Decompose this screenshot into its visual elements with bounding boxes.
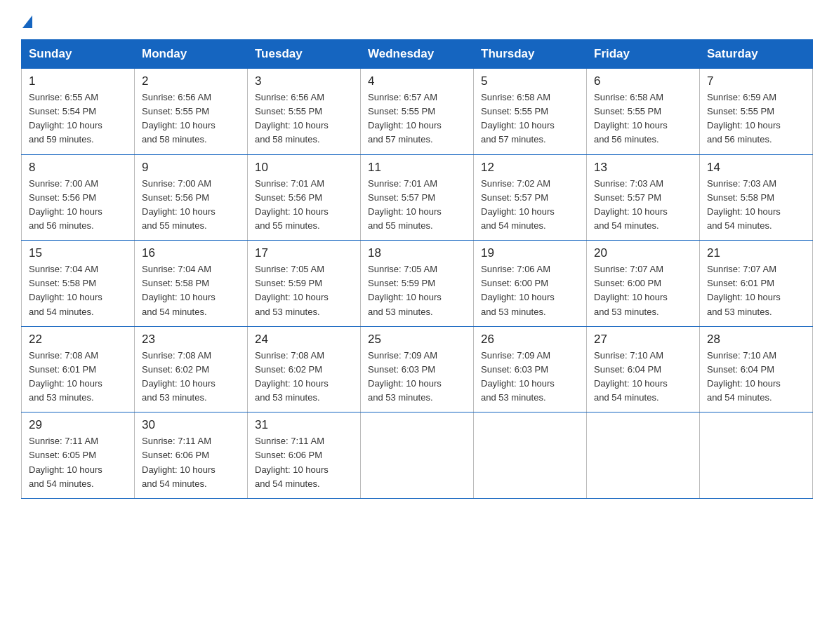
calendar-cell: 21 Sunrise: 7:07 AMSunset: 6:01 PMDaylig… [700,241,813,327]
day-detail: Sunrise: 7:10 AMSunset: 6:04 PMDaylight:… [594,350,668,403]
calendar-cell: 15 Sunrise: 7:04 AMSunset: 5:58 PMDaylig… [22,241,135,327]
header-monday: Monday [135,40,248,69]
day-detail: Sunrise: 7:01 AMSunset: 5:57 PMDaylight:… [368,178,442,231]
calendar-cell: 31 Sunrise: 7:11 AMSunset: 6:06 PMDaylig… [248,412,361,499]
day-number: 13 [594,161,692,175]
calendar-cell [700,412,813,499]
day-number: 19 [481,246,579,260]
calendar-cell: 10 Sunrise: 7:01 AMSunset: 5:56 PMDaylig… [248,154,361,241]
day-number: 1 [29,74,127,88]
calendar-cell: 24 Sunrise: 7:08 AMSunset: 6:02 PMDaylig… [248,326,361,412]
calendar-table: SundayMondayTuesdayWednesdayThursdayFrid… [21,39,813,499]
calendar-week-row: 15 Sunrise: 7:04 AMSunset: 5:58 PMDaylig… [22,241,813,327]
header-wednesday: Wednesday [361,40,474,69]
calendar-cell: 17 Sunrise: 7:05 AMSunset: 5:59 PMDaylig… [248,241,361,327]
day-number: 16 [142,246,240,260]
day-number: 2 [142,74,240,88]
day-number: 26 [481,333,579,347]
day-detail: Sunrise: 6:58 AMSunset: 5:55 PMDaylight:… [481,92,555,145]
day-number: 3 [255,74,353,88]
day-detail: Sunrise: 7:04 AMSunset: 5:58 PMDaylight:… [29,264,102,316]
day-number: 11 [368,161,466,175]
header-friday: Friday [587,40,700,69]
logo-arrow-icon [22,15,32,28]
header-sunday: Sunday [22,40,135,69]
day-number: 17 [255,246,353,260]
calendar-cell: 9 Sunrise: 7:00 AMSunset: 5:56 PMDayligh… [135,154,248,241]
calendar-cell: 18 Sunrise: 7:05 AMSunset: 5:59 PMDaylig… [361,241,474,327]
calendar-cell: 3 Sunrise: 6:56 AMSunset: 5:55 PMDayligh… [248,69,361,155]
calendar-cell: 5 Sunrise: 6:58 AMSunset: 5:55 PMDayligh… [474,69,587,155]
day-detail: Sunrise: 7:00 AMSunset: 5:56 PMDaylight:… [142,178,216,231]
calendar-cell: 8 Sunrise: 7:00 AMSunset: 5:56 PMDayligh… [22,154,135,241]
day-detail: Sunrise: 7:08 AMSunset: 6:02 PMDaylight:… [255,350,329,403]
calendar-header-row: SundayMondayTuesdayWednesdayThursdayFrid… [22,40,813,69]
calendar-cell: 2 Sunrise: 6:56 AMSunset: 5:55 PMDayligh… [135,69,248,155]
calendar-cell: 11 Sunrise: 7:01 AMSunset: 5:57 PMDaylig… [361,154,474,241]
calendar-cell [474,412,587,499]
day-detail: Sunrise: 7:05 AMSunset: 5:59 PMDaylight:… [368,264,442,316]
calendar-cell: 26 Sunrise: 7:09 AMSunset: 6:03 PMDaylig… [474,326,587,412]
calendar-cell: 1 Sunrise: 6:55 AMSunset: 5:54 PMDayligh… [22,69,135,155]
calendar-cell: 29 Sunrise: 7:11 AMSunset: 6:05 PMDaylig… [22,412,135,499]
calendar-cell: 22 Sunrise: 7:08 AMSunset: 6:01 PMDaylig… [22,326,135,412]
day-detail: Sunrise: 7:00 AMSunset: 5:56 PMDaylight:… [29,178,102,231]
day-detail: Sunrise: 6:56 AMSunset: 5:55 PMDaylight:… [255,92,329,145]
day-number: 22 [29,333,127,347]
calendar-cell: 27 Sunrise: 7:10 AMSunset: 6:04 PMDaylig… [587,326,700,412]
day-number: 23 [142,333,240,347]
calendar-cell: 7 Sunrise: 6:59 AMSunset: 5:55 PMDayligh… [700,69,813,155]
calendar-cell: 20 Sunrise: 7:07 AMSunset: 6:00 PMDaylig… [587,241,700,327]
day-detail: Sunrise: 7:08 AMSunset: 6:02 PMDaylight:… [142,350,216,403]
day-number: 30 [142,418,240,432]
day-number: 28 [707,333,805,347]
day-detail: Sunrise: 7:01 AMSunset: 5:56 PMDaylight:… [255,178,329,231]
day-detail: Sunrise: 7:03 AMSunset: 5:58 PMDaylight:… [707,178,781,231]
day-number: 12 [481,161,579,175]
day-detail: Sunrise: 7:07 AMSunset: 6:01 PMDaylight:… [707,264,781,316]
day-detail: Sunrise: 6:58 AMSunset: 5:55 PMDaylight:… [594,92,668,145]
logo [21,14,34,27]
calendar-cell: 25 Sunrise: 7:09 AMSunset: 6:03 PMDaylig… [361,326,474,412]
day-detail: Sunrise: 7:03 AMSunset: 5:57 PMDaylight:… [594,178,668,231]
calendar-cell: 14 Sunrise: 7:03 AMSunset: 5:58 PMDaylig… [700,154,813,241]
calendar-cell: 23 Sunrise: 7:08 AMSunset: 6:02 PMDaylig… [135,326,248,412]
day-number: 10 [255,161,353,175]
day-number: 14 [707,161,805,175]
header-tuesday: Tuesday [248,40,361,69]
day-number: 4 [368,74,466,88]
day-number: 8 [29,161,127,175]
day-number: 7 [707,74,805,88]
calendar-cell: 6 Sunrise: 6:58 AMSunset: 5:55 PMDayligh… [587,69,700,155]
header-saturday: Saturday [700,40,813,69]
day-detail: Sunrise: 7:11 AMSunset: 6:06 PMDaylight:… [142,436,216,488]
day-detail: Sunrise: 6:59 AMSunset: 5:55 PMDaylight:… [707,92,781,145]
calendar-cell: 13 Sunrise: 7:03 AMSunset: 5:57 PMDaylig… [587,154,700,241]
calendar-week-row: 22 Sunrise: 7:08 AMSunset: 6:01 PMDaylig… [22,326,813,412]
day-detail: Sunrise: 6:56 AMSunset: 5:55 PMDaylight:… [142,92,216,145]
day-number: 18 [368,246,466,260]
day-detail: Sunrise: 7:07 AMSunset: 6:00 PMDaylight:… [594,264,668,316]
calendar-cell [361,412,474,499]
day-detail: Sunrise: 7:08 AMSunset: 6:01 PMDaylight:… [29,350,102,403]
calendar-cell: 4 Sunrise: 6:57 AMSunset: 5:55 PMDayligh… [361,69,474,155]
day-number: 24 [255,333,353,347]
day-number: 6 [594,74,692,88]
calendar-cell: 12 Sunrise: 7:02 AMSunset: 5:57 PMDaylig… [474,154,587,241]
calendar-cell: 30 Sunrise: 7:11 AMSunset: 6:06 PMDaylig… [135,412,248,499]
calendar-cell: 28 Sunrise: 7:10 AMSunset: 6:04 PMDaylig… [700,326,813,412]
day-number: 9 [142,161,240,175]
calendar-cell [587,412,700,499]
day-detail: Sunrise: 6:57 AMSunset: 5:55 PMDaylight:… [368,92,442,145]
day-number: 25 [368,333,466,347]
day-detail: Sunrise: 7:05 AMSunset: 5:59 PMDaylight:… [255,264,329,316]
day-detail: Sunrise: 7:02 AMSunset: 5:57 PMDaylight:… [481,178,555,231]
day-number: 27 [594,333,692,347]
day-detail: Sunrise: 7:10 AMSunset: 6:04 PMDaylight:… [707,350,781,403]
day-detail: Sunrise: 6:55 AMSunset: 5:54 PMDaylight:… [29,92,102,145]
calendar-week-row: 8 Sunrise: 7:00 AMSunset: 5:56 PMDayligh… [22,154,813,241]
day-number: 31 [255,418,353,432]
day-number: 5 [481,74,579,88]
day-number: 15 [29,246,127,260]
day-detail: Sunrise: 7:04 AMSunset: 5:58 PMDaylight:… [142,264,216,316]
